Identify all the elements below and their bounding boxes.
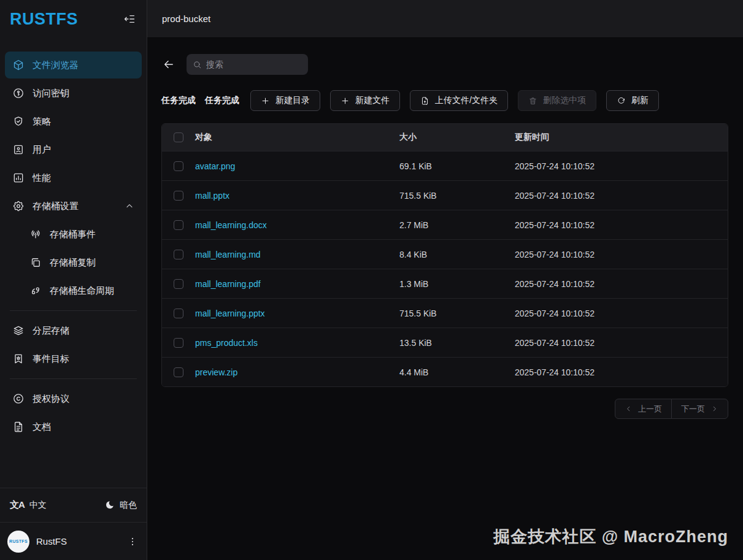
sidebar-item-file-text[interactable]: 文档 xyxy=(5,413,142,440)
sidebar-footer: 文A 中文 暗色 RUSTFS RustFS xyxy=(0,488,147,560)
sidebar-utility-row: 文A 中文 暗色 xyxy=(0,488,147,522)
object-size: 1.3 MiB xyxy=(399,279,515,289)
row-checkbox[interactable] xyxy=(174,309,183,318)
sidebar: RUSTFS 文件浏览器访问密钥策略用户性能存储桶设置存储桶事件存储桶复制存储桶… xyxy=(0,0,147,560)
sidebar-item-label: 事件目标 xyxy=(33,353,69,365)
chevron-up-icon xyxy=(125,201,134,211)
sidebar-item-key[interactable]: 访问密钥 xyxy=(5,80,142,107)
back-button[interactable] xyxy=(161,57,176,72)
sidebar-item-copyright[interactable]: 授权协议 xyxy=(5,385,142,412)
object-size: 2.7 MiB xyxy=(399,220,515,230)
object-size: 13.5 KiB xyxy=(399,338,515,348)
object-link[interactable]: mall_learning.docx xyxy=(195,220,399,230)
sidebar-item-label: 存储桶事件 xyxy=(50,229,96,240)
sidebar-item-cube[interactable]: 文件浏览器 xyxy=(5,52,142,79)
prev-page-button[interactable]: 上一页 xyxy=(615,399,672,419)
page-header: prod-bucket xyxy=(147,0,743,38)
shield-check-icon xyxy=(12,115,25,128)
file-upload-button[interactable]: 上传文件/文件夹 xyxy=(410,90,508,111)
row-checkbox[interactable] xyxy=(174,250,183,259)
object-updated: 2025-07-24 10:10:52 xyxy=(515,338,728,348)
sidebar-item-label: 分层存储 xyxy=(33,325,69,337)
sidebar-item-label: 文件浏览器 xyxy=(33,59,79,71)
row-checkbox[interactable] xyxy=(174,279,183,289)
copyright-icon xyxy=(12,393,25,405)
task-status-text[interactable]: 任务完成 xyxy=(205,95,239,106)
sidebar-item-label: 文档 xyxy=(33,421,51,433)
row-checkbox[interactable] xyxy=(174,220,183,230)
app-root: RUSTFS 文件浏览器访问密钥策略用户性能存储桶设置存储桶事件存储桶复制存储桶… xyxy=(0,0,743,560)
account-row[interactable]: RUSTFS RustFS xyxy=(0,522,147,560)
row-checkbox[interactable] xyxy=(174,367,183,377)
sidebar-item-bookmark-star[interactable]: 事件目标 xyxy=(5,345,142,372)
prev-page-label: 上一页 xyxy=(638,404,662,415)
row-checkbox[interactable] xyxy=(174,338,183,348)
object-size: 8.4 KiB xyxy=(399,250,515,259)
object-link[interactable]: mall.pptx xyxy=(195,191,399,201)
sidebar-item-label: 授权协议 xyxy=(33,393,69,405)
main-area: prod-bucket 任务完成 任务完成 新建目录新建文件上传文件/文件夹删除… xyxy=(147,0,743,560)
sidebar-item-label: 存储桶生命周期 xyxy=(50,285,114,297)
object-link[interactable]: mall_learning.md xyxy=(195,250,399,259)
plus-button[interactable]: 新建目录 xyxy=(250,90,320,111)
column-header-object: 对象 xyxy=(195,132,399,143)
collapse-sidebar-button[interactable] xyxy=(122,12,137,26)
row-checkbox[interactable] xyxy=(174,161,183,171)
sidebar-item-layers[interactable]: 分层存储 xyxy=(5,317,142,344)
object-table: 对象 大小 更新时间 avatar.png69.1 KiB2025-07-24 … xyxy=(161,123,728,387)
object-updated: 2025-07-24 10:10:52 xyxy=(515,309,728,318)
broadcast-icon xyxy=(29,228,42,240)
search-row xyxy=(161,54,728,75)
table-row: mall_learning.md8.4 KiB2025-07-24 10:10:… xyxy=(162,239,728,269)
bookmark-star-icon xyxy=(12,353,25,365)
bucket-title: prod-bucket xyxy=(162,13,210,24)
file-upload-icon xyxy=(420,96,429,105)
sidebar-item-user-card[interactable]: 用户 xyxy=(5,136,142,163)
task-status-text[interactable]: 任务完成 xyxy=(161,95,196,106)
next-page-label: 下一页 xyxy=(681,404,705,415)
next-page-button[interactable]: 下一页 xyxy=(671,399,728,419)
sidebar-item-label: 存储桶设置 xyxy=(33,201,79,212)
object-size: 69.1 KiB xyxy=(399,161,515,171)
select-all-checkbox[interactable] xyxy=(174,132,183,142)
table-row: mall_learning.pdf1.3 MiB2025-07-24 10:10… xyxy=(162,269,728,298)
sidebar-item-gear[interactable]: 存储桶设置 xyxy=(5,193,142,220)
sidebar-item-label: 访问密钥 xyxy=(33,88,69,99)
sidebar-item-broadcast[interactable]: 存储桶事件 xyxy=(5,221,142,248)
object-link[interactable]: mall_learning.pptx xyxy=(195,309,399,318)
theme-toggle-button[interactable]: 暗色 xyxy=(104,500,137,511)
sidebar-item-label: 策略 xyxy=(33,116,51,128)
sidebar-item-shield-check[interactable]: 策略 xyxy=(5,108,142,135)
table-row: mall_learning.docx2.7 MiB2025-07-24 10:1… xyxy=(162,210,728,239)
sidebar-item-copy[interactable]: 存储桶复制 xyxy=(5,249,142,276)
search-input[interactable] xyxy=(206,59,302,69)
object-link[interactable]: mall_learning.pdf xyxy=(195,279,399,289)
account-menu-button[interactable] xyxy=(126,535,139,548)
plus-icon xyxy=(261,96,270,105)
object-size: 4.4 MiB xyxy=(399,367,515,377)
object-size: 715.5 KiB xyxy=(399,191,515,201)
pagination: 上一页 下一页 xyxy=(161,399,728,419)
table-row: preview.zip4.4 MiB2025-07-24 10:10:52 xyxy=(162,357,728,386)
row-checkbox[interactable] xyxy=(174,191,183,201)
file-text-icon xyxy=(12,421,25,433)
sidebar-item-bar-chart[interactable]: 性能 xyxy=(5,164,142,191)
column-header-updated: 更新时间 xyxy=(515,132,728,143)
refresh-button[interactable]: 刷新 xyxy=(606,90,659,111)
object-size: 715.5 KiB xyxy=(399,309,515,318)
table-row: mall_learning.pptx715.5 KiB2025-07-24 10… xyxy=(162,298,728,328)
language-switch-button[interactable]: 文A 中文 xyxy=(10,499,47,511)
sidebar-item-lifecycle[interactable]: 存储桶生命周期 xyxy=(5,277,142,304)
sidebar-divider xyxy=(10,310,137,311)
object-updated: 2025-07-24 10:10:52 xyxy=(515,161,728,171)
plus-button[interactable]: 新建文件 xyxy=(330,90,400,111)
object-link[interactable]: pms_product.xls xyxy=(195,338,399,348)
object-link[interactable]: avatar.png xyxy=(195,161,399,171)
button-label: 删除选中项 xyxy=(543,95,586,106)
bar-chart-icon xyxy=(12,172,25,184)
content: 任务完成 任务完成 新建目录新建文件上传文件/文件夹删除选中项刷新 对象 大小 … xyxy=(147,38,743,560)
table-row: avatar.png69.1 KiB2025-07-24 10:10:52 xyxy=(162,151,728,180)
lifecycle-icon xyxy=(29,285,42,297)
search-box xyxy=(187,54,308,75)
object-link[interactable]: preview.zip xyxy=(195,367,399,377)
